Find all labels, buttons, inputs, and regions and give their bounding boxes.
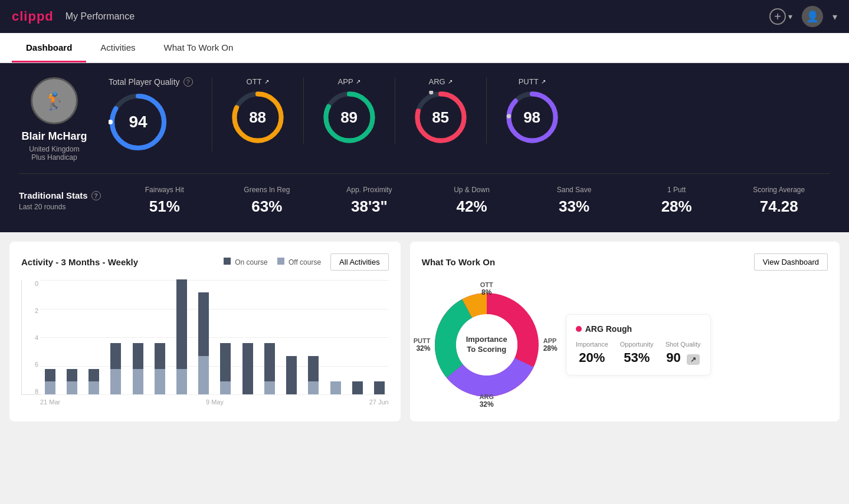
activity-chart-title: Activity - 3 Months - Weekly bbox=[21, 257, 138, 267]
metric-shot-quality: Shot Quality 90 ↗ bbox=[666, 341, 701, 365]
ott-donut-label: OTT 8% bbox=[480, 281, 493, 297]
on-course-dot bbox=[224, 258, 231, 265]
quality-cat-app: APP ↗ 89 bbox=[304, 77, 395, 144]
bar-group bbox=[283, 279, 301, 394]
bar-group bbox=[41, 279, 59, 394]
view-dashboard-button[interactable]: View Dashboard bbox=[754, 253, 828, 271]
player-location: United Kingdom bbox=[29, 145, 79, 153]
player-name: Blair McHarg bbox=[21, 130, 87, 143]
bar-seg-on-course bbox=[308, 356, 319, 381]
putt-donut-label: PUTT 32% bbox=[414, 337, 431, 353]
bar-seg-on-course bbox=[352, 381, 363, 394]
bar-stack bbox=[110, 343, 121, 394]
shot-quality-badge: ↗ bbox=[687, 354, 700, 365]
bar-group bbox=[63, 279, 81, 394]
activity-panel-header: Activity - 3 Months - Weekly On course O… bbox=[21, 253, 389, 271]
user-avatar[interactable]: 👤 bbox=[802, 6, 823, 27]
trad-stats-subtitle: Last 20 rounds bbox=[19, 203, 113, 211]
player-handicap: Plus Handicap bbox=[31, 153, 77, 162]
add-dropdown-arrow: ▾ bbox=[788, 12, 792, 21]
bar-seg-on-course bbox=[286, 356, 297, 394]
stat-app-proximity: App. Proximity 38'3" bbox=[318, 186, 421, 216]
bottom-panels: Activity - 3 Months - Weekly On course O… bbox=[0, 232, 849, 431]
bar-seg-on-course bbox=[242, 343, 253, 394]
off-course-dot bbox=[277, 258, 284, 265]
bar-seg-on-course bbox=[133, 343, 143, 368]
tab-activities[interactable]: Activities bbox=[86, 33, 149, 62]
bar-seg-on-course bbox=[220, 343, 231, 381]
total-quality-value: 94 bbox=[129, 113, 147, 131]
arg-value: 85 bbox=[432, 108, 449, 127]
donut-center-text: ImportanceTo Scoring bbox=[466, 335, 507, 355]
bar-group bbox=[150, 279, 169, 394]
quality-help-icon[interactable]: ? bbox=[183, 77, 193, 87]
bar-stack bbox=[155, 343, 165, 394]
bar-group bbox=[371, 279, 389, 394]
nav-right: + ▾ 👤 ▾ bbox=[769, 6, 837, 27]
trad-stats-help-icon[interactable]: ? bbox=[91, 191, 101, 200]
bar-seg-off-course bbox=[198, 356, 209, 394]
tab-what-to-work-on[interactable]: What To Work On bbox=[150, 33, 248, 62]
user-dropdown-arrow[interactable]: ▾ bbox=[832, 11, 837, 22]
x-axis: 21 Mar 9 May 27 Jun bbox=[21, 398, 389, 406]
bar-stack bbox=[264, 343, 275, 394]
ott-value: 88 bbox=[249, 108, 266, 127]
bar-group bbox=[304, 279, 323, 394]
circle-plus-icon: + bbox=[769, 8, 786, 25]
chart-controls: On course Off course All Activities bbox=[224, 253, 389, 271]
bar-stack bbox=[67, 369, 77, 394]
bar-seg-off-course bbox=[67, 381, 77, 394]
all-activities-button[interactable]: All Activities bbox=[330, 253, 389, 271]
bar-seg-off-course bbox=[330, 381, 341, 394]
app-circle: 89 bbox=[323, 91, 376, 144]
activity-bar-chart: 8 6 4 2 0 21 Mar 9 May 27 Jun bbox=[21, 280, 389, 410]
quality-cat-arg: ARG ↗ 85 bbox=[395, 77, 487, 144]
top-nav: clippd My Performance + ▾ 👤 ▾ bbox=[0, 0, 849, 33]
add-button[interactable]: + ▾ bbox=[769, 8, 792, 25]
bar-seg-off-course bbox=[88, 381, 99, 394]
stat-up-down: Up & Down 42% bbox=[421, 186, 523, 216]
trad-stats-title: Traditional Stats ? bbox=[19, 190, 113, 200]
hero-banner: 🏌️ Blair McHarg United Kingdom Plus Hand… bbox=[0, 63, 849, 232]
y-axis-labels: 8 6 4 2 0 bbox=[22, 280, 38, 395]
ott-circle: 88 bbox=[231, 91, 284, 144]
app-trend-icon: ↗ bbox=[356, 78, 360, 85]
bar-seg-on-course bbox=[88, 369, 99, 382]
tab-dashboard[interactable]: Dashboard bbox=[12, 33, 86, 62]
player-info: 🏌️ Blair McHarg United Kingdom Plus Hand… bbox=[19, 77, 90, 162]
svg-point-9 bbox=[429, 91, 433, 94]
app-donut-label: APP 28% bbox=[543, 337, 558, 353]
bar-seg-off-course bbox=[133, 369, 143, 394]
wtwon-title: What To Work On bbox=[422, 257, 495, 267]
bar-seg-off-course bbox=[264, 381, 275, 394]
bar-group bbox=[260, 279, 278, 394]
arg-rough-card: ARG Rough Importance 20% Opportunity 53%… bbox=[566, 314, 711, 375]
hero-top: 🏌️ Blair McHarg United Kingdom Plus Hand… bbox=[19, 77, 830, 162]
chart-legend: On course Off course bbox=[224, 258, 321, 266]
ott-trend-icon: ↗ bbox=[264, 78, 269, 85]
bar-group bbox=[348, 279, 366, 394]
bar-group bbox=[326, 279, 345, 394]
bar-chart-inner: 8 6 4 2 0 bbox=[21, 280, 389, 395]
arg-rough-metrics: Importance 20% Opportunity 53% Shot Qual… bbox=[576, 341, 701, 365]
bar-group bbox=[107, 279, 125, 394]
bar-seg-off-course bbox=[220, 381, 231, 394]
arg-rough-dot bbox=[576, 326, 582, 332]
bar-stack bbox=[330, 381, 341, 394]
bar-seg-off-course bbox=[308, 381, 319, 394]
app-value: 89 bbox=[340, 108, 358, 127]
bar-seg-off-course bbox=[176, 369, 187, 394]
bar-group bbox=[172, 279, 191, 394]
bar-stack bbox=[88, 369, 99, 394]
avatar-image: 👤 bbox=[806, 10, 819, 23]
stat-fairways-hit: Fairways Hit 51% bbox=[113, 186, 216, 216]
player-avatar: 🏌️ bbox=[31, 77, 78, 124]
bar-group bbox=[238, 279, 257, 394]
bar-stack bbox=[352, 381, 363, 394]
bar-seg-on-course bbox=[264, 343, 275, 381]
metric-importance: Importance 20% bbox=[576, 341, 608, 365]
bar-stack bbox=[198, 292, 209, 394]
putt-circle: 98 bbox=[506, 91, 559, 144]
bar-seg-on-course bbox=[67, 369, 77, 382]
nav-left: clippd My Performance bbox=[12, 9, 135, 24]
